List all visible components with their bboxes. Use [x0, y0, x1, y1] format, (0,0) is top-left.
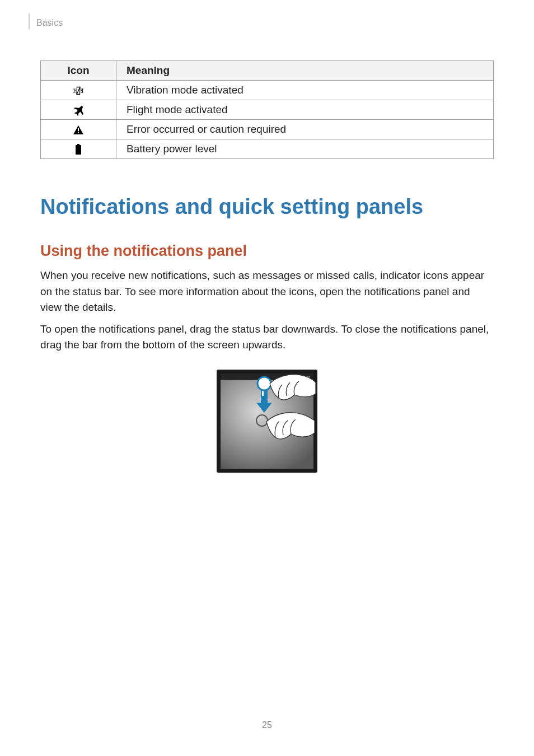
svg-point-3	[81, 88, 82, 89]
battery-icon	[41, 139, 116, 159]
body-paragraph: To open the notifications panel, drag th…	[40, 321, 494, 353]
subsection-title: Using the notifications panel	[40, 242, 494, 260]
page-content: Icon Meaning Vibration mode activated	[0, 0, 534, 473]
svg-point-4	[81, 90, 82, 91]
warning-icon	[41, 120, 116, 139]
vibration-icon	[41, 81, 116, 100]
svg-point-0	[75, 88, 76, 89]
breadcrumb: Basics	[36, 18, 63, 28]
drag-down-illustration: 10:00	[216, 369, 318, 473]
svg-point-2	[75, 92, 76, 92]
svg-point-17	[257, 377, 271, 390]
table-header-icon: Icon	[41, 61, 116, 81]
table-row: Vibration mode activated	[41, 81, 494, 100]
table-row: Battery power level	[41, 139, 494, 159]
header-divider	[29, 13, 30, 29]
table-cell-meaning: Vibration mode activated	[116, 81, 494, 100]
table-header-meaning: Meaning	[116, 61, 494, 81]
section-title: Notifications and quick setting panels	[40, 195, 494, 219]
table-row: Error occurred or caution required	[41, 120, 494, 139]
page-number: 25	[0, 720, 534, 730]
svg-rect-7	[78, 132, 79, 133]
flight-mode-icon	[41, 100, 116, 120]
svg-rect-6	[78, 128, 79, 131]
svg-point-1	[75, 90, 76, 91]
table-row: Flight mode activated	[41, 100, 494, 120]
svg-point-5	[81, 92, 82, 92]
svg-rect-8	[77, 144, 79, 145]
table-cell-meaning: Error occurred or caution required	[116, 120, 494, 139]
svg-rect-9	[76, 145, 81, 155]
icon-meaning-table: Icon Meaning Vibration mode activated	[40, 60, 494, 159]
table-cell-meaning: Flight mode activated	[116, 100, 494, 120]
body-paragraph: When you receive new notifications, such…	[40, 268, 494, 316]
table-cell-meaning: Battery power level	[116, 139, 494, 159]
